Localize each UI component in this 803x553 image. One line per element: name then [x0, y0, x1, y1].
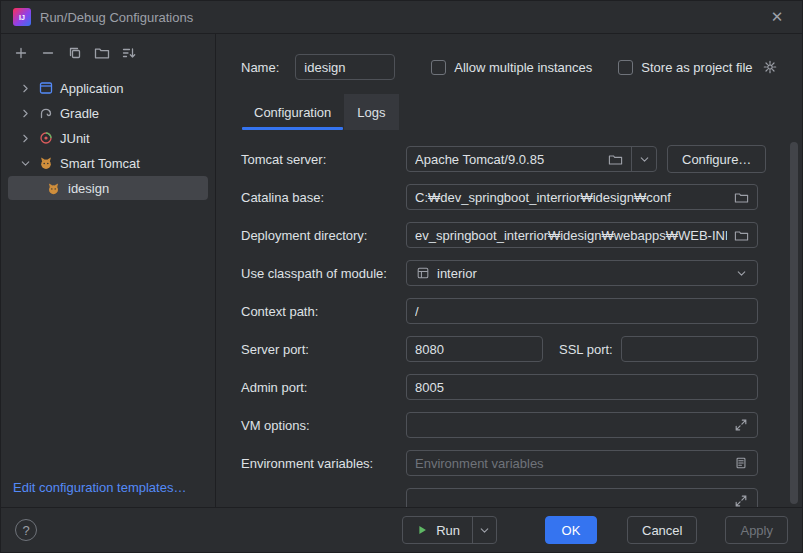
intellij-logo-icon: IJ [13, 8, 31, 26]
run-button-label: Run [436, 523, 460, 538]
tree-item-label: Application [60, 81, 124, 96]
form-row-environment-variables: Environment variables: [241, 450, 758, 476]
window-title: Run/Debug Configurations [40, 10, 193, 25]
chevron-down-icon[interactable] [17, 155, 34, 172]
tree-item-idesign[interactable]: idesign [8, 176, 208, 200]
form-row-deployment-directory: Deployment directory: [241, 222, 758, 248]
environment-variables-input[interactable] [415, 456, 727, 471]
admin-port-label: Admin port: [241, 380, 406, 395]
edit-configuration-templates-link[interactable]: Edit configuration templates… [1, 480, 215, 495]
form-row-module-classpath: Use classpath of module: interior [241, 260, 758, 286]
store-options-gear-icon[interactable] [762, 59, 778, 75]
tomcat-server-combobox[interactable]: Apache Tomcat/9.0.85 [406, 146, 657, 172]
run-options-chevron[interactable] [472, 517, 496, 543]
expand-editor-icon[interactable] [733, 494, 749, 507]
expand-editor-icon[interactable] [733, 418, 749, 432]
tree-item-smart-tomcat[interactable]: Smart Tomcat [8, 151, 208, 175]
folder-browse-icon[interactable] [733, 228, 749, 243]
close-icon[interactable]: ✕ [764, 4, 790, 30]
deployment-directory-label: Deployment directory: [241, 228, 406, 243]
cancel-button[interactable]: Cancel [627, 516, 697, 544]
name-row: Name: Allow multiple instances Store as … [241, 54, 778, 80]
deployment-directory-input[interactable] [415, 228, 727, 243]
new-folder-button[interactable] [90, 41, 114, 65]
vm-options-label: VM options: [241, 418, 406, 433]
gradle-icon [37, 105, 54, 122]
tab-strip: Configuration Logs [241, 94, 802, 130]
run-button[interactable]: Run [403, 517, 472, 543]
store-as-project-file-checkbox[interactable]: Store as project file [618, 60, 752, 75]
run-split-button: Run [402, 516, 497, 544]
name-label: Name: [241, 60, 279, 75]
sidebar-toolbar [1, 34, 215, 69]
module-value: interior [437, 266, 727, 281]
chevron-right-icon[interactable] [17, 105, 34, 122]
tree-item-label: idesign [68, 181, 109, 196]
form-row-context-path: Context path: [241, 298, 758, 324]
clipped-input[interactable] [415, 494, 727, 508]
tree-item-junit[interactable]: JUnit [8, 126, 208, 150]
tomcat-icon [45, 180, 62, 197]
form-row-tomcat-server: Tomcat server: Apache Tomcat/9.0.85 Conf… [241, 146, 758, 172]
configure-button[interactable]: Configure… [667, 145, 766, 173]
application-icon [37, 80, 54, 97]
remove-configuration-button[interactable] [36, 41, 60, 65]
server-port-input[interactable] [415, 342, 534, 357]
context-path-label: Context path: [241, 304, 406, 319]
tree-item-application[interactable]: Application [8, 76, 208, 100]
help-icon[interactable]: ? [15, 519, 37, 541]
form-row-catalina-base: Catalina base: [241, 184, 758, 210]
tomcat-server-value: Apache Tomcat/9.0.85 [415, 152, 601, 167]
checkbox-label: Allow multiple instances [454, 60, 592, 75]
folder-browse-icon[interactable] [607, 152, 623, 167]
chevron-right-icon[interactable] [17, 80, 34, 97]
tree-item-label: Gradle [60, 106, 99, 121]
chevron-right-icon[interactable] [17, 130, 34, 147]
form-row-vm-options: VM options: [241, 412, 758, 438]
copy-configuration-button[interactable] [63, 41, 87, 65]
catalina-base-label: Catalina base: [241, 190, 406, 205]
ok-button[interactable]: OK [545, 516, 597, 544]
junit-icon [37, 130, 54, 147]
chevron-down-icon[interactable] [631, 147, 656, 171]
titlebar: IJ Run/Debug Configurations ✕ [1, 1, 802, 34]
run-debug-configurations-dialog: IJ Run/Debug Configurations ✕ Applicatio… [0, 0, 803, 553]
apply-button[interactable]: Apply [725, 516, 788, 544]
configurations-sidebar: Application Gradle JUnit Smart Tomcat [1, 34, 216, 507]
sort-configurations-button[interactable] [117, 41, 141, 65]
module-icon [415, 266, 431, 280]
vertical-scrollbar[interactable] [790, 142, 798, 504]
server-port-label: Server port: [241, 342, 406, 357]
tab-logs[interactable]: Logs [344, 94, 398, 130]
checkbox-box[interactable] [618, 60, 633, 75]
tomcat-server-label: Tomcat server: [241, 152, 406, 167]
ssl-port-input[interactable] [630, 342, 749, 357]
play-icon [415, 523, 429, 537]
checkbox-box[interactable] [431, 60, 446, 75]
environment-variables-label: Environment variables: [241, 456, 406, 471]
configurations-tree: Application Gradle JUnit Smart Tomcat [1, 75, 215, 201]
catalina-base-input[interactable] [415, 190, 727, 205]
tomcat-icon [37, 155, 54, 172]
tree-item-gradle[interactable]: Gradle [8, 101, 208, 125]
add-configuration-button[interactable] [9, 41, 33, 65]
tree-item-label: JUnit [60, 131, 90, 146]
folder-browse-icon[interactable] [733, 190, 749, 205]
configuration-form: Tomcat server: Apache Tomcat/9.0.85 Conf… [216, 130, 802, 507]
chevron-down-icon[interactable] [733, 267, 749, 280]
tab-configuration[interactable]: Configuration [241, 94, 344, 130]
vm-options-input[interactable] [415, 418, 727, 433]
context-path-input[interactable] [415, 304, 749, 319]
allow-multiple-instances-checkbox[interactable]: Allow multiple instances [431, 60, 592, 75]
ssl-port-label: SSL port: [559, 342, 613, 357]
name-input[interactable] [295, 54, 395, 80]
tree-item-label: Smart Tomcat [60, 156, 140, 171]
browse-variables-icon[interactable] [733, 456, 749, 470]
admin-port-input[interactable] [415, 380, 749, 395]
dialog-body: Application Gradle JUnit Smart Tomcat [1, 34, 802, 507]
checkbox-label: Store as project file [641, 60, 752, 75]
configuration-panel: Name: Allow multiple instances Store as … [216, 34, 802, 507]
form-row-server-port: Server port: SSL port: [241, 336, 758, 362]
form-row-clipped [241, 488, 758, 507]
module-dropdown[interactable]: interior [406, 260, 758, 286]
